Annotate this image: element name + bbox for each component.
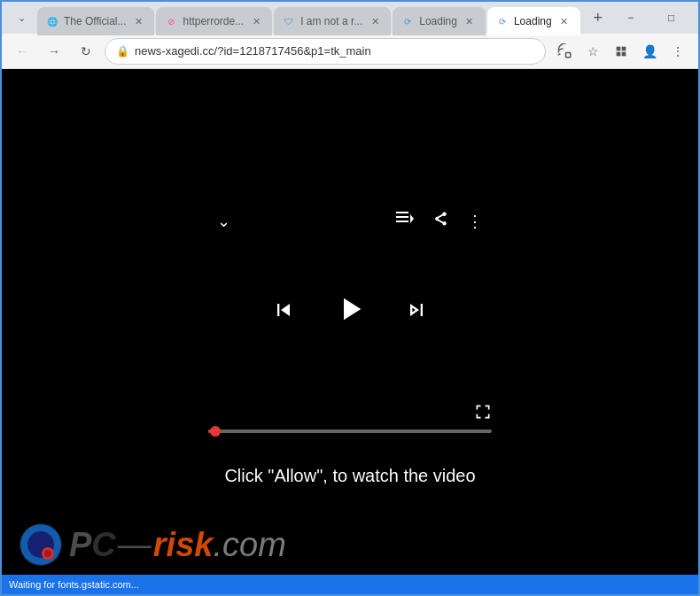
watermark: P C — risk .com <box>19 523 286 566</box>
svg-point-12 <box>44 550 51 557</box>
extension-button[interactable] <box>608 38 634 65</box>
tab5-favicon: ⟳ <box>496 15 509 27</box>
lock-icon: 🔒 <box>116 45 129 58</box>
svg-rect-1 <box>617 46 621 50</box>
bookmark-button[interactable]: ☆ <box>579 38 606 65</box>
browser-tab-4[interactable]: ⟳ Loading ✕ <box>393 7 486 35</box>
video-player[interactable]: ⌄ ⋮ <box>2 69 698 575</box>
watermark-p: P <box>69 526 91 564</box>
profile-button[interactable]: 👤 <box>636 38 663 65</box>
player-fullscreen-button[interactable] <box>474 403 492 425</box>
tab1-close[interactable]: ✕ <box>131 14 145 28</box>
forward-button[interactable]: → <box>41 38 67 65</box>
tab4-favicon: ⟳ <box>401 15 414 27</box>
status-bar: Waiting for fonts.gstatic.com... <box>2 575 698 594</box>
cast-button[interactable] <box>551 38 578 65</box>
tab-scroll-chevron[interactable]: ⌄ <box>9 5 34 30</box>
player-queue-icon[interactable] <box>396 212 414 230</box>
player-progress-area <box>208 430 492 433</box>
tab4-label: Loading <box>419 15 457 27</box>
tab3-label: I am not a r... <box>300 15 362 27</box>
player-play-button[interactable] <box>331 290 369 336</box>
player-next-button[interactable] <box>404 298 429 329</box>
svg-rect-4 <box>622 51 626 56</box>
svg-marker-8 <box>410 214 414 223</box>
watermark-separator: — <box>118 526 152 564</box>
browser-frame: ⌄ 🌐 The Official... ✕ ⊘ httperrorde... ✕… <box>0 0 700 596</box>
player-progress-bar[interactable] <box>208 430 492 433</box>
player-share-icon[interactable] <box>432 211 449 231</box>
tabs-container: 🌐 The Official... ✕ ⊘ httperrorde... ✕ 🛡… <box>37 4 611 32</box>
tab5-close[interactable]: ✕ <box>557 14 572 28</box>
address-bar[interactable]: 🔒 news-xagedi.cc/?id=1218717456&p1=tk_ma… <box>105 38 546 65</box>
new-tab-button[interactable]: + <box>586 5 611 30</box>
pcrisk-logo <box>19 523 62 566</box>
watermark-risk: risk <box>153 526 214 564</box>
tab2-label: httperrorde... <box>183 15 244 27</box>
reload-button[interactable]: ↻ <box>73 38 99 65</box>
browser-tab-3[interactable]: 🛡 I am not a r... ✕ <box>274 7 391 35</box>
title-bar: ⌄ 🌐 The Official... ✕ ⊘ httperrorde... ✕… <box>2 2 698 34</box>
window-controls: − □ ✕ <box>611 2 700 34</box>
player-prev-button[interactable] <box>271 298 296 329</box>
browser-tab-5[interactable]: ⟳ Loading ✕ <box>487 7 580 35</box>
close-button[interactable]: ✕ <box>692 2 700 34</box>
tab4-close[interactable]: ✕ <box>463 14 477 28</box>
svg-rect-7 <box>396 221 408 222</box>
tab3-favicon: 🛡 <box>283 15 295 27</box>
player-right-icons: ⋮ <box>396 211 483 231</box>
browser-tab-2[interactable]: ⊘ httperrorde... ✕ <box>156 7 272 35</box>
back-button[interactable]: ← <box>9 38 35 65</box>
tab2-favicon: ⊘ <box>165 15 177 27</box>
click-allow-text: Click "Allow", to watch the video <box>224 466 475 486</box>
player-chevron-down-icon[interactable]: ⌄ <box>217 212 230 231</box>
svg-rect-2 <box>622 46 626 50</box>
tab2-close[interactable]: ✕ <box>249 14 263 28</box>
watermark-c: C <box>91 526 115 564</box>
maximize-button[interactable]: □ <box>651 2 692 34</box>
player-center-controls <box>271 290 429 336</box>
watermark-text-area: P C — risk .com <box>69 526 286 564</box>
player-top-controls: ⌄ ⋮ <box>208 211 492 231</box>
player-more-icon[interactable]: ⋮ <box>467 212 483 231</box>
svg-rect-6 <box>396 216 408 218</box>
svg-rect-0 <box>566 52 571 57</box>
tab-scroll-area: ⌄ <box>9 5 34 30</box>
tab1-favicon: 🌐 <box>46 15 58 27</box>
status-text: Waiting for fonts.gstatic.com... <box>9 579 139 590</box>
tab3-close[interactable]: ✕ <box>368 14 382 28</box>
svg-rect-5 <box>396 212 408 213</box>
player-progress-dot <box>210 426 221 437</box>
address-text: news-xagedi.cc/?id=1218717456&p1=tk_main <box>135 44 534 58</box>
nav-right-icons: ☆ 👤 ⋮ <box>551 38 691 65</box>
navigation-bar: ← → ↻ 🔒 news-xagedi.cc/?id=1218717456&p1… <box>2 34 698 69</box>
content-area: ⌄ ⋮ <box>2 69 698 575</box>
svg-rect-3 <box>617 51 621 56</box>
tab1-label: The Official... <box>64 15 126 27</box>
menu-button[interactable]: ⋮ <box>665 38 691 65</box>
watermark-com: .com <box>213 526 285 564</box>
tab5-label: Loading <box>514 15 552 27</box>
minimize-button[interactable]: − <box>611 2 651 34</box>
browser-tab-1[interactable]: 🌐 The Official... ✕ <box>37 7 154 35</box>
